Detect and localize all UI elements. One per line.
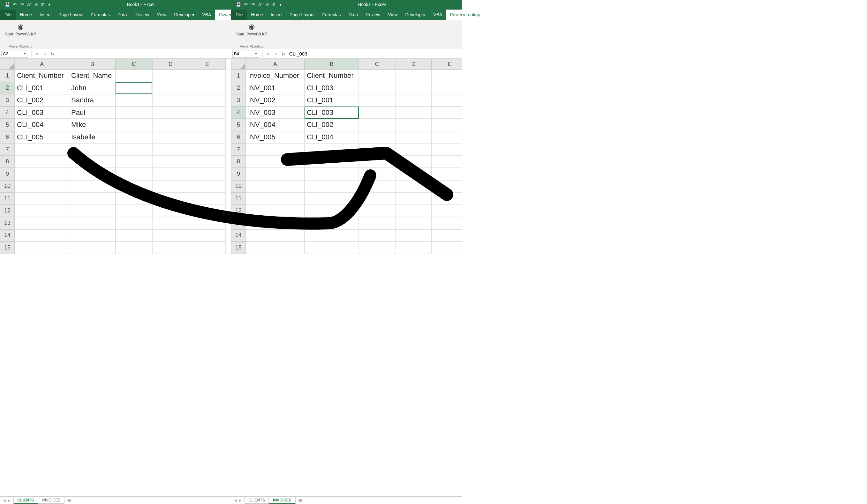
cell[interactable] (359, 229, 395, 242)
cell[interactable]: Isabelle (69, 131, 116, 144)
ribbon-tab-formulas[interactable]: Formulas (319, 10, 345, 20)
cell[interactable] (431, 119, 462, 131)
cell[interactable] (395, 82, 431, 95)
cell[interactable] (189, 205, 226, 217)
cell[interactable] (152, 192, 189, 205)
export-icon[interactable]: ⎘ (35, 2, 38, 7)
cell[interactable] (69, 143, 116, 156)
ribbon-tab-powe[interactable]: Powe (506, 10, 525, 20)
sheet-tab-clients[interactable]: CLIENTS (245, 497, 269, 504)
cell[interactable] (431, 192, 462, 205)
cell[interactable] (152, 217, 189, 229)
cell[interactable] (116, 168, 152, 180)
cell[interactable]: CLI_001 (304, 94, 359, 107)
cell[interactable] (431, 229, 462, 242)
cell[interactable] (189, 107, 226, 119)
column-header[interactable]: A (15, 59, 69, 69)
cell[interactable] (359, 192, 395, 205)
ribbon-tab-home[interactable]: Home (16, 10, 36, 20)
cell[interactable] (431, 131, 462, 144)
fx-icon[interactable]: fx (51, 51, 54, 56)
cell[interactable] (431, 143, 462, 156)
cell[interactable] (395, 192, 431, 205)
cell[interactable]: CLI_003 (304, 82, 359, 95)
cell[interactable] (152, 69, 189, 82)
fx-icon[interactable]: fx (282, 51, 285, 56)
column-header[interactable]: B (69, 59, 116, 69)
column-header[interactable]: B (304, 59, 359, 69)
cell[interactable] (15, 241, 69, 254)
row-header[interactable]: 7 (231, 143, 246, 156)
cell[interactable] (304, 205, 359, 217)
start-powervlkp-button[interactable]: ◉Start_PowerVLKP (236, 22, 267, 36)
cell[interactable] (116, 217, 152, 229)
cell[interactable] (246, 168, 304, 180)
cell[interactable] (246, 217, 304, 229)
cell[interactable] (189, 168, 226, 180)
redo-icon[interactable]: ↷ (251, 2, 255, 7)
ribbon-tab-home[interactable]: Home (247, 10, 267, 20)
cell[interactable] (431, 180, 462, 193)
row-header[interactable]: 1 (0, 69, 15, 82)
row-header[interactable]: 10 (0, 180, 15, 193)
sheet-nav-arrows[interactable]: ◄► (231, 498, 245, 503)
column-header[interactable]: E (431, 59, 462, 69)
cell[interactable] (152, 119, 189, 131)
formula-input[interactable] (287, 50, 462, 58)
cell[interactable] (189, 82, 226, 95)
add-sheet-button[interactable]: ⊕ (67, 497, 71, 503)
cell[interactable] (116, 241, 152, 254)
save-icon[interactable]: 💾 (236, 2, 241, 7)
cell[interactable] (395, 217, 431, 229)
more-icon[interactable]: ▾ (279, 2, 281, 7)
cell[interactable] (246, 229, 304, 242)
cell[interactable] (246, 156, 304, 168)
cell[interactable] (395, 107, 431, 119)
cell[interactable] (359, 156, 395, 168)
touch-icon[interactable]: Aᐩ (27, 2, 32, 7)
cell[interactable] (152, 205, 189, 217)
cell[interactable] (69, 205, 116, 217)
cell[interactable] (152, 180, 189, 193)
ribbon-tab-review[interactable]: Review (362, 10, 384, 20)
undo-icon[interactable]: ↶ (244, 2, 248, 7)
row-header[interactable]: 14 (231, 229, 246, 242)
cell[interactable] (304, 229, 359, 242)
cell[interactable] (304, 168, 359, 180)
cell[interactable] (246, 205, 304, 217)
spreadsheet-grid[interactable]: ABCDE1Client_NumberClient_Name2CLI_001Jo… (0, 59, 231, 496)
ribbon-tab-data[interactable]: Data (345, 10, 362, 20)
cell[interactable] (189, 131, 226, 144)
cell[interactable] (116, 82, 152, 95)
cell[interactable] (15, 217, 69, 229)
spreadsheet-grid[interactable]: ABCDE1Invoice_NumberClient_Number2INV_00… (231, 59, 462, 496)
cell[interactable] (116, 131, 152, 144)
cell[interactable] (189, 69, 226, 82)
row-header[interactable]: 2 (0, 82, 15, 95)
row-header[interactable]: 2 (231, 82, 246, 95)
cell[interactable]: CLI_004 (304, 131, 359, 144)
cell[interactable]: CLI_001 (15, 82, 69, 95)
cell[interactable] (15, 168, 69, 180)
row-header[interactable]: 6 (231, 131, 246, 144)
cell[interactable] (304, 156, 359, 168)
row-header[interactable]: 11 (0, 192, 15, 205)
row-header[interactable]: 15 (0, 241, 15, 254)
row-header[interactable]: 6 (0, 131, 15, 144)
ribbon-tab-page-layout[interactable]: Page Layout (55, 10, 87, 20)
cell[interactable] (152, 131, 189, 144)
more-icon[interactable]: ▾ (48, 2, 51, 7)
row-header[interactable]: 4 (0, 107, 15, 119)
cell[interactable]: CLI_003 (15, 107, 69, 119)
cell[interactable] (395, 156, 431, 168)
cell[interactable] (431, 69, 462, 82)
export-icon[interactable]: ⎘ (266, 2, 268, 7)
cell[interactable] (304, 143, 359, 156)
cell[interactable]: Invoice_Number (246, 69, 304, 82)
cell[interactable] (189, 94, 226, 107)
column-header[interactable]: D (395, 59, 431, 69)
cell[interactable] (189, 192, 226, 205)
ribbon-tab-formulas[interactable]: Formulas (87, 10, 114, 20)
cell[interactable] (69, 156, 116, 168)
cell[interactable] (69, 241, 116, 254)
